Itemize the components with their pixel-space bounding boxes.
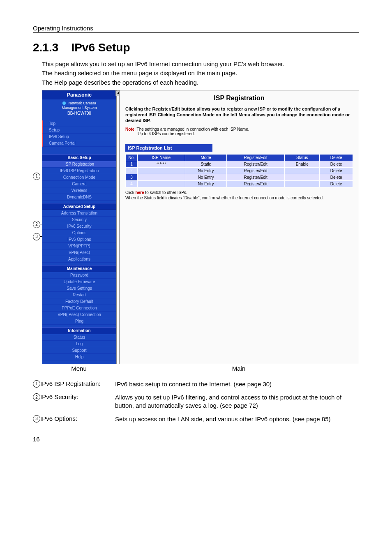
register-edit-button[interactable]: Register/Edit [227,167,285,174]
cell-no: 2 [126,167,138,174]
cell-no: 1 [126,161,138,167]
def-3-label: 3 IPv6 Options: [33,415,115,423]
delete-button[interactable]: Delete [320,161,353,167]
brand-logo: Panasonic [42,90,116,99]
nav-log[interactable]: Log [42,341,116,347]
cell-status [285,174,320,180]
def-1-circle: 1 [33,380,40,388]
nav-ipv6-options[interactable]: IPv6 Options [42,236,116,243]
basic-setup-title: Basic Setup [42,154,116,161]
section-title-text: IPv6 Setup [71,41,130,54]
def-2-circle: 2 [33,393,40,401]
under-l2: When the Status field indicates "Disable… [125,196,324,200]
cell-status: Enable [285,161,320,167]
th-no: No. [126,154,138,161]
nav-restart[interactable]: Restart [42,292,116,298]
register-edit-button[interactable]: Register/Edit [227,180,285,187]
main-label: Main [118,365,359,372]
nav-address-translation[interactable]: Address Translation [42,210,116,217]
cell-name: ****** [138,161,185,167]
page-number: 16 [33,436,359,443]
isp-table: No. ISP Name Mode Register/Edit Status D… [125,154,353,187]
callout-3-circle: 3 [33,233,40,240]
nav-status[interactable]: Status [42,334,116,341]
cell-status [285,180,320,187]
maintenance-group: Maintenance Password Update Firmware Sav… [42,265,116,325]
section-number: 2.1.3 [33,41,58,54]
under-table-text: Click here to switch to other ISPs. When… [125,190,353,201]
nav-ipv6-setup[interactable]: IPv6 Setup [42,134,116,140]
note-label: Note [125,127,134,132]
advanced-setup-title: Advanced Setup [42,203,116,210]
nav-support[interactable]: Support [42,347,116,354]
note-text: : The settings are managed in connection… [134,127,249,132]
note-line: Note: The settings are managed in connec… [125,127,353,132]
under-rest: to switch to other ISPs. [144,190,187,195]
nav-camera-portal[interactable]: Camera Portal [42,140,116,147]
menu-label: Menu [42,365,116,372]
advanced-setup-group: Advanced Setup Address Translation Secur… [42,203,116,263]
nav-wireless[interactable]: Wireless [42,187,116,194]
callout-2-circle: 2 [33,221,40,228]
information-group: Information Status Log Support Help [42,327,116,360]
main-title: ISP Registration [125,95,353,102]
nav-applications[interactable]: Applications [42,256,116,263]
register-edit-button[interactable]: Register/Edit [227,161,285,167]
cell-no: 4 [126,180,138,187]
def-2-label: 2 IPv6 Security: [33,393,115,410]
def-2-text: Allows you to set up IPv6 filtering, and… [115,393,359,410]
screenshot-figure: 1 2 3 ▲ Panasonic Network Camera Managem… [33,90,359,364]
maintenance-title: Maintenance [42,265,116,272]
nav-factory-default[interactable]: Factory Default [42,298,116,305]
nav-vpn-ipsec-connection[interactable]: VPN(IPsec) Connection [42,312,116,318]
def-2-name: IPv6 Security: [40,393,78,400]
model-number: BB-HGW700 [67,111,91,115]
intro-line-2: The heading selected on the menu page is… [33,69,359,77]
th-delete: Delete [320,154,353,161]
def-3-circle: 3 [33,415,40,422]
nav-connection-mode[interactable]: Connection Mode [42,174,116,181]
def-row-1: 1 IPv6 ISP Registration: IPv6 basic setu… [33,380,359,388]
def-1-label: 1 IPv6 ISP Registration: [33,380,115,388]
cell-status [285,167,320,174]
nav-security[interactable]: Security [42,217,116,223]
information-title: Information [42,327,116,334]
th-isp-name: ISP Name [138,154,185,161]
running-header: Operating Instructions [33,25,359,33]
main-panel: ISP Registration Clicking the Register/E… [119,90,359,364]
here-link[interactable]: here [135,190,144,195]
cell-mode: No Entry [185,180,227,187]
delete-button[interactable]: Delete [320,167,353,174]
nav-ipv6-isp-registration[interactable]: IPv6 ISP Registration [42,168,116,174]
nav-ping[interactable]: Ping [42,318,116,325]
table-row: 1 ****** Static Register/Edit Enable Del… [126,161,353,167]
register-edit-button[interactable]: Register/Edit [227,174,285,180]
nav-save-settings[interactable]: Save Settings [42,285,116,292]
nav-update-firmware[interactable]: Update Firmware [42,279,116,285]
cell-name [138,180,185,187]
nav-ipv6-security[interactable]: IPv6 Security [42,223,116,230]
nav-top[interactable]: Top [42,120,116,127]
nav-options[interactable]: Options [42,230,116,236]
nav-pppoe-connection[interactable]: PPPoE Connection [42,305,116,312]
def-row-3: 3 IPv6 Options: Sets up access on the LA… [33,415,359,423]
nav-setup[interactable]: Setup [42,127,116,134]
nav-password[interactable]: Password [42,272,116,279]
th-register-edit: Register/Edit [227,154,285,161]
cell-mode: Static [185,161,227,167]
callout-1-circle: 1 [33,173,40,180]
cell-no: 3 [126,174,138,180]
nav-help[interactable]: Help [42,354,116,360]
nav-camera[interactable]: Camera [42,181,116,187]
th-mode: Mode [185,154,227,161]
table-row: 2 No Entry Register/Edit Delete [126,167,353,174]
th-status: Status [285,154,320,161]
delete-button[interactable]: Delete [320,174,353,180]
nav-dynamicdns[interactable]: DynamicDNS [42,194,116,201]
intro-line-1: This page allows you to set up an IPv6 I… [33,60,359,68]
main-blurb: Clicking the Register/Edit button allows… [125,106,353,124]
nav-vpn-ipsec[interactable]: VPN(IPsec) [42,249,116,256]
delete-button[interactable]: Delete [320,180,353,187]
nav-vpn-pptp[interactable]: VPN(PPTP) [42,243,116,249]
nav-isp-registration[interactable]: ISP Registration [42,161,116,168]
